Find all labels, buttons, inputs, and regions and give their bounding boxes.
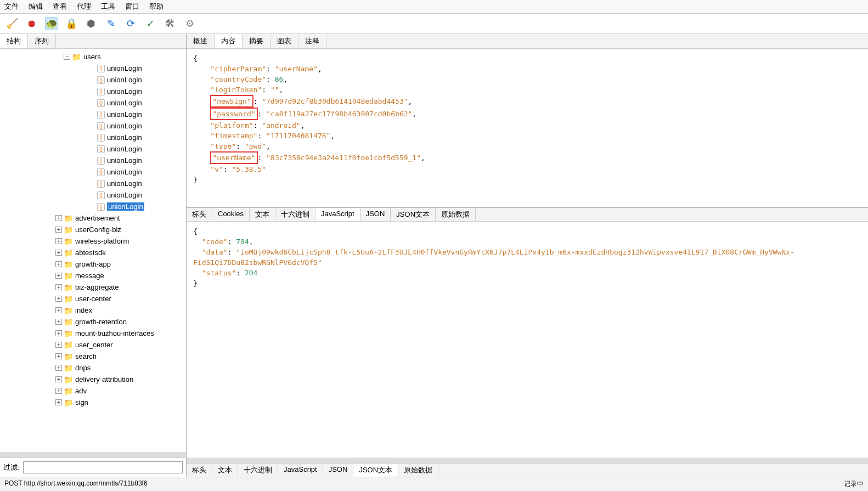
sub-tab[interactable]: JSON文本: [391, 208, 436, 221]
tree-node[interactable]: +📁growth-app: [3, 258, 186, 270]
tree-node[interactable]: {}unionLogin: [3, 189, 186, 201]
record-icon[interactable]: ⏺: [25, 17, 38, 30]
tree-node[interactable]: +📁advertisement: [3, 212, 186, 224]
expander-icon[interactable]: +: [55, 215, 62, 221]
menu-item[interactable]: 代理: [77, 2, 91, 12]
sub-tab[interactable]: 文本: [212, 464, 238, 477]
sub-tab[interactable]: 原始数据: [398, 464, 438, 477]
tools-icon[interactable]: 🛠: [164, 17, 177, 30]
sub-tab[interactable]: Cookies: [212, 208, 250, 221]
tree-node[interactable]: +📁sign: [3, 397, 186, 408]
menu-item[interactable]: 工具: [101, 2, 115, 12]
expander-icon[interactable]: +: [55, 365, 62, 371]
top-tab[interactable]: 摘要: [243, 34, 270, 48]
tree-node[interactable]: +📁userConfig-biz: [3, 224, 186, 235]
tree-label: message: [75, 272, 104, 280]
tree-node[interactable]: {}unionLogin: [3, 86, 186, 97]
tree-node[interactable]: −📁users: [3, 51, 186, 63]
expander-icon[interactable]: +: [55, 284, 62, 290]
tree-node[interactable]: {}unionLogin: [3, 97, 186, 109]
tree-node[interactable]: +📁growth-retention: [3, 316, 186, 328]
top-tab[interactable]: 图表: [270, 34, 298, 48]
tree-node[interactable]: +📁message: [3, 270, 186, 281]
tree-node[interactable]: +📁adv: [3, 385, 186, 397]
sub-tab[interactable]: 标头: [187, 208, 212, 221]
expander-icon[interactable]: +: [55, 388, 62, 394]
expander-icon[interactable]: +: [55, 273, 62, 279]
top-tab[interactable]: 注释: [298, 34, 326, 48]
tree-node[interactable]: {}unionLogin: [3, 178, 186, 189]
throttle-icon[interactable]: 🐢: [45, 17, 58, 30]
menu-item[interactable]: 查看: [53, 2, 67, 12]
h-scrollbar[interactable]: [0, 452, 186, 458]
hex-icon[interactable]: ⬢: [84, 17, 98, 30]
folder-icon: 📁: [64, 398, 73, 407]
file-icon: {}: [97, 111, 105, 118]
tree-node[interactable]: +📁wireless-platform: [3, 235, 186, 247]
response-body-pane[interactable]: { "code": 704, "data": "ioMQj09wkd6CbLij…: [187, 222, 868, 458]
refresh-icon[interactable]: ⟳: [124, 17, 137, 30]
expander-icon[interactable]: −: [64, 54, 70, 60]
gear-icon[interactable]: ⚙: [183, 17, 196, 30]
expander-icon[interactable]: +: [55, 353, 62, 359]
tree-node[interactable]: {}unionLogin: [3, 132, 186, 143]
tree-node[interactable]: {}unionLogin: [3, 155, 186, 166]
menu-item[interactable]: 编辑: [29, 2, 43, 12]
tree-node[interactable]: +📁user-center: [3, 293, 186, 304]
sub-tab[interactable]: JSON: [323, 464, 354, 477]
sub-tab[interactable]: 十六进制: [238, 464, 278, 477]
expander-icon[interactable]: +: [55, 376, 62, 382]
tree-node[interactable]: {}unionLogin: [3, 166, 186, 178]
menu-item[interactable]: 文件: [4, 2, 19, 12]
top-tab[interactable]: 概述: [187, 34, 215, 48]
tree-node[interactable]: +📁mount-buzhou-interfaces: [3, 328, 186, 339]
expander-icon[interactable]: +: [55, 250, 62, 256]
sub-tab[interactable]: JSON: [360, 208, 391, 221]
edit-icon[interactable]: ✎: [104, 17, 117, 30]
expander-icon[interactable]: +: [55, 227, 62, 233]
lock-icon[interactable]: 🔒: [65, 17, 78, 30]
check-icon[interactable]: ✓: [144, 17, 157, 30]
sub-tab[interactable]: 原始数据: [436, 208, 476, 221]
tree-node[interactable]: {}unionLogin: [3, 63, 186, 74]
tree-node[interactable]: +📁dnps: [3, 362, 186, 374]
tree-node[interactable]: +📁abtestsdk: [3, 247, 186, 258]
tree-node[interactable]: +📁index: [3, 304, 186, 316]
h-scrollbar[interactable]: [187, 458, 868, 463]
tree-node[interactable]: {}unionLogin: [3, 120, 186, 132]
tree-node[interactable]: +📁user_center: [3, 339, 186, 351]
tree-node[interactable]: +📁delivery-attribution: [3, 374, 186, 385]
tree-node[interactable]: {}unionLogin: [3, 74, 186, 86]
expander-icon[interactable]: +: [55, 296, 62, 302]
expander-icon[interactable]: +: [55, 261, 62, 267]
expander-icon[interactable]: +: [55, 342, 62, 348]
left-tab[interactable]: 结构: [0, 34, 28, 48]
sub-tab[interactable]: JSON文本: [353, 464, 398, 477]
filter-input[interactable]: [23, 461, 183, 473]
tree-node[interactable]: {}unionLogin: [3, 109, 186, 120]
sub-tab[interactable]: JavaScript: [278, 464, 323, 477]
broom-icon[interactable]: 🧹: [5, 17, 19, 30]
tree-node[interactable]: +📁biz-aggregate: [3, 281, 186, 293]
left-tab[interactable]: 序列: [28, 34, 56, 48]
expander-icon[interactable]: +: [55, 238, 62, 244]
folder-icon: 📁: [64, 387, 73, 396]
tree-node[interactable]: +📁search: [3, 351, 186, 362]
expander-icon[interactable]: +: [55, 307, 62, 313]
sub-tab[interactable]: JavaScript: [315, 208, 360, 221]
folder-icon: 📁: [72, 53, 81, 61]
menu-item[interactable]: 帮助: [149, 2, 164, 12]
tree-node[interactable]: {}unionLogin: [3, 201, 186, 212]
sub-tab[interactable]: 文本: [250, 208, 275, 221]
sub-tab[interactable]: 标头: [187, 464, 212, 477]
tree-view[interactable]: −📁users{}unionLogin{}unionLogin{}unionLo…: [0, 49, 186, 452]
file-icon: {}: [97, 191, 105, 199]
request-body-pane[interactable]: { "cipherParam": "userName", "countryCod…: [187, 49, 868, 207]
tree-node[interactable]: {}unionLogin: [3, 143, 186, 155]
expander-icon[interactable]: +: [55, 319, 62, 325]
expander-icon[interactable]: +: [55, 399, 62, 405]
expander-icon[interactable]: +: [55, 330, 62, 336]
top-tab[interactable]: 内容: [215, 34, 243, 48]
menu-item[interactable]: 窗口: [125, 2, 139, 12]
sub-tab[interactable]: 十六进制: [275, 208, 315, 221]
